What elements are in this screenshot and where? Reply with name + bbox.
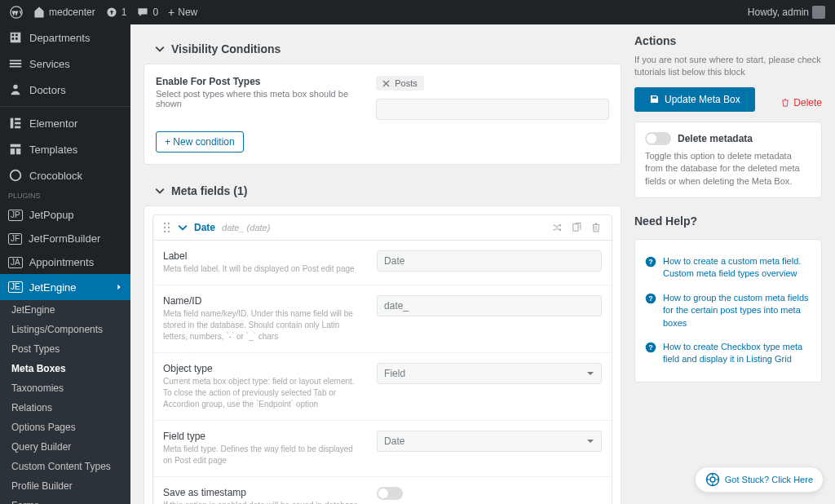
- enable-posttypes-desc: Select post types where this meta box sh…: [156, 89, 360, 108]
- row-nameid: Name/IDMeta field name/key/ID. Under thi…: [153, 285, 612, 353]
- sidebar-item-departments[interactable]: Departments: [0, 24, 130, 51]
- visibility-title: Visibility Conditions: [171, 42, 281, 55]
- sidebar-item-jetpopup[interactable]: JPJetPopup: [0, 203, 130, 227]
- actions-note: If you are not sure where to start, plea…: [634, 54, 822, 79]
- sidebar-plugins-label: PLUGINS: [0, 188, 130, 203]
- svg-rect-22: [573, 224, 578, 231]
- svg-rect-7: [11, 148, 15, 154]
- float-help-button[interactable]: Got Stuck? Click Here: [695, 466, 824, 493]
- updates-count[interactable]: 1: [105, 6, 127, 19]
- svg-rect-6: [11, 144, 21, 148]
- metafields-section: Meta fields (1) Date date_ (date): [144, 176, 621, 504]
- nameid-input[interactable]: [377, 295, 602, 316]
- svg-point-18: [164, 227, 166, 228]
- svg-rect-4: [15, 122, 20, 125]
- sidebar-sub-profilebuilder[interactable]: Profile Builder: [0, 476, 130, 496]
- svg-rect-8: [16, 148, 20, 154]
- shuffle-icon[interactable]: [551, 222, 563, 233]
- drag-handle-icon[interactable]: [163, 222, 171, 233]
- wp-logo[interactable]: [10, 6, 23, 19]
- posttype-select[interactable]: [376, 99, 609, 120]
- copy-icon[interactable]: [571, 222, 582, 233]
- sidebar-sub-jetengine[interactable]: JetEngine: [0, 300, 130, 320]
- delete-button[interactable]: Delete: [780, 97, 822, 108]
- fieldtype-select[interactable]: Date: [377, 431, 602, 452]
- sidebar-sub-optionspages[interactable]: Options Pages: [0, 418, 130, 437]
- support-icon: [705, 472, 720, 487]
- svg-point-17: [168, 223, 170, 224]
- admin-bar: medcenter 1 0 +New Howdy, admin: [0, 0, 835, 24]
- visibility-header[interactable]: Visibility Conditions: [144, 34, 621, 64]
- row-label: LabelMeta field label. It will be displa…: [153, 241, 612, 285]
- objtype-select[interactable]: Field: [377, 363, 602, 384]
- row-fieldtype: Field typeMeta field type. Defines the w…: [153, 421, 612, 477]
- sidebar-item-jetformbuilder[interactable]: JFJetFormBuilder: [0, 227, 130, 250]
- visibility-section: Visibility Conditions Enable For Post Ty…: [144, 34, 621, 165]
- metafields-header[interactable]: Meta fields (1): [144, 176, 621, 206]
- help-panel: ?How to create a custom meta field. Cust…: [634, 239, 822, 382]
- sidebar-item-jetengine[interactable]: JEJetEngine: [0, 274, 130, 300]
- posttype-tag-posts[interactable]: Posts: [376, 76, 424, 91]
- svg-rect-2: [11, 118, 14, 129]
- delete-metadata-desc: Toggle this option to delete metadata fr…: [645, 150, 811, 188]
- delete-metadata-toggle[interactable]: [645, 132, 671, 145]
- enable-posttypes-label: Enable For Post Types: [156, 76, 360, 87]
- sidebar-item-crocoblock[interactable]: Crocoblock: [0, 162, 130, 188]
- svg-point-20: [164, 231, 166, 232]
- metafield-name: Date: [194, 222, 215, 233]
- svg-point-19: [168, 227, 170, 228]
- svg-rect-5: [15, 126, 20, 129]
- new-content[interactable]: +New: [168, 6, 197, 19]
- chevron-down-icon: [155, 186, 165, 196]
- svg-rect-3: [15, 118, 20, 121]
- help-title: Need Help?: [634, 214, 822, 228]
- trash-icon[interactable]: [590, 222, 602, 233]
- sidebar-sub-listings[interactable]: Listings/Components: [0, 320, 130, 339]
- sidebar-sub-forms[interactable]: Forms: [0, 496, 130, 504]
- sidebar-item-services[interactable]: Services: [0, 51, 130, 77]
- help-link-3[interactable]: ?How to create Checkbox type meta field …: [645, 335, 811, 372]
- help-link-1[interactable]: ?How to create a custom meta field. Cust…: [645, 250, 811, 286]
- sidebar-sub-taxonomies[interactable]: Taxonomies: [0, 378, 130, 398]
- label-input[interactable]: [377, 250, 602, 272]
- chevron-down-icon: [178, 223, 188, 232]
- new-condition-button[interactable]: + New condition: [156, 131, 244, 153]
- sidebar-sub-posttypes[interactable]: Post Types: [0, 339, 130, 359]
- timestamp-toggle[interactable]: [377, 487, 403, 500]
- sidebar-sub-metaboxes[interactable]: Meta Boxes: [0, 359, 130, 378]
- sidebar-item-templates[interactable]: Templates: [0, 136, 130, 162]
- sidebar-sub-querybuilder[interactable]: Query Builder: [0, 437, 130, 457]
- metafield-key: date_ (date): [222, 223, 270, 232]
- save-icon: [649, 94, 660, 104]
- metafields-title: Meta fields (1): [171, 184, 247, 197]
- metafield-item: Date date_ (date) LabelMeta field l: [152, 214, 612, 504]
- howdy-user[interactable]: Howdy, admin: [748, 6, 825, 19]
- question-icon: ?: [645, 293, 656, 304]
- sidebar-item-doctors[interactable]: Doctors: [0, 77, 130, 103]
- svg-text:?: ?: [648, 258, 652, 266]
- svg-point-16: [164, 223, 166, 224]
- trash-icon: [780, 98, 790, 108]
- sidebar-sub-cct[interactable]: Custom Content Types: [0, 457, 130, 476]
- svg-point-30: [710, 477, 715, 482]
- question-icon: ?: [645, 256, 656, 267]
- row-timestamp: Save as timestampIf this option is enabl…: [153, 477, 612, 504]
- comments-count[interactable]: 0: [136, 6, 158, 19]
- sidebar-item-elementor[interactable]: Elementor: [0, 110, 130, 136]
- svg-text:?: ?: [648, 294, 652, 303]
- help-link-2[interactable]: ?How to group the custom meta fields for…: [645, 286, 811, 335]
- svg-text:?: ?: [648, 343, 652, 351]
- sidebar-sub-relations[interactable]: Relations: [0, 398, 130, 418]
- sidebar-item-appointments[interactable]: JAAppointments: [0, 250, 130, 274]
- delete-metadata-label: Delete metadata: [678, 133, 753, 144]
- close-icon[interactable]: [382, 80, 390, 87]
- actions-title: Actions: [634, 34, 822, 47]
- site-name[interactable]: medcenter: [33, 6, 95, 19]
- svg-point-21: [168, 231, 170, 232]
- update-metabox-button[interactable]: Update Meta Box: [634, 87, 755, 112]
- chevron-down-icon: [155, 44, 165, 54]
- admin-sidebar: Departments Services Doctors Elementor T…: [0, 24, 130, 504]
- svg-point-1: [13, 85, 17, 89]
- metafield-item-header[interactable]: Date date_ (date): [153, 215, 612, 241]
- delete-metadata-panel: Delete metadata Toggle this option to de…: [634, 122, 822, 198]
